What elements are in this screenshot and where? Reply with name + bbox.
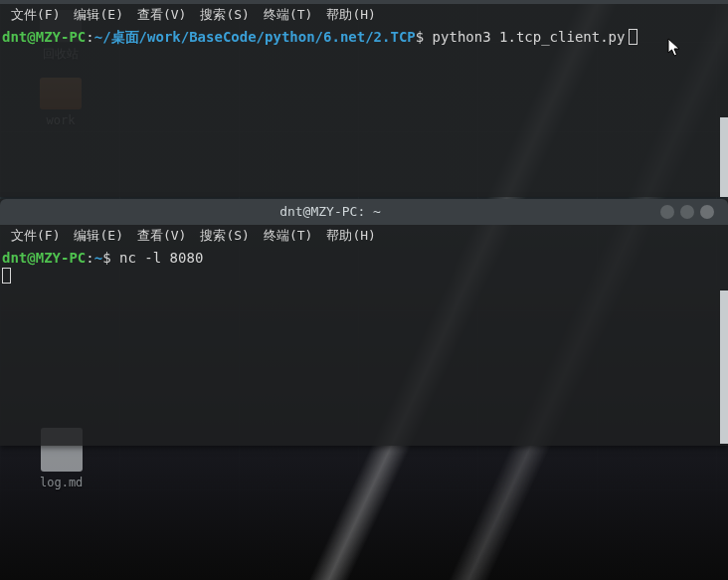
cursor-icon [629, 29, 637, 45]
command-text: nc -l 8080 [119, 250, 203, 266]
terminal-window-2[interactable]: dnt@MZY-PC: ~ 文件(F) 编辑(E) 查看(V) 搜索(S) 终端… [0, 199, 728, 446]
terminal-output[interactable]: dnt@MZY-PC:~/桌面/work/BaseCode/python/6.n… [0, 26, 728, 48]
minimize-icon[interactable] [660, 205, 674, 219]
scrollbar-thumb[interactable] [720, 117, 728, 197]
prompt-user: dnt@MZY-PC [2, 29, 86, 45]
menu-view[interactable]: 查看(V) [130, 225, 193, 247]
scrollbar-thumb[interactable] [720, 290, 728, 444]
menu-bar: 文件(F) 编辑(E) 查看(V) 搜索(S) 终端(T) 帮助(H) [0, 4, 728, 26]
prompt-path: ~/桌面/work/BaseCode/python/6.net/2.TCP [94, 29, 416, 45]
prompt-colon: : [86, 29, 93, 45]
maximize-icon[interactable] [680, 205, 694, 219]
menu-edit[interactable]: 编辑(E) [67, 4, 129, 26]
menu-terminal[interactable]: 终端(T) [257, 4, 319, 26]
prompt-dollar: $ [102, 250, 119, 266]
prompt-colon: : [86, 250, 93, 266]
prompt-dollar: $ [416, 29, 433, 45]
menu-file[interactable]: 文件(F) [4, 225, 67, 247]
prompt-user: dnt@MZY-PC [2, 250, 86, 266]
cursor-icon [2, 268, 11, 284]
window-titlebar[interactable]: dnt@MZY-PC: ~ [0, 199, 728, 225]
prompt-path: ~ [94, 250, 102, 266]
menu-edit[interactable]: 编辑(E) [67, 225, 129, 247]
close-icon[interactable] [700, 205, 714, 219]
menu-view[interactable]: 查看(V) [130, 4, 193, 26]
command-text: python3 1.tcp_client.py [433, 29, 626, 45]
menu-help[interactable]: 帮助(H) [319, 225, 382, 247]
menu-file[interactable]: 文件(F) [4, 4, 67, 26]
desktop-icon-label: log.md [40, 476, 83, 489]
menu-search[interactable]: 搜索(S) [193, 225, 256, 247]
menu-bar: 文件(F) 编辑(E) 查看(V) 搜索(S) 终端(T) 帮助(H) [0, 225, 728, 247]
menu-search[interactable]: 搜索(S) [193, 4, 256, 26]
menu-terminal[interactable]: 终端(T) [257, 225, 319, 247]
terminal-window-1[interactable]: 文件(F) 编辑(E) 查看(V) 搜索(S) 终端(T) 帮助(H) dnt@… [0, 0, 728, 197]
terminal-output[interactable]: dnt@MZY-PC:~$ nc -l 8080 [0, 247, 728, 287]
menu-help[interactable]: 帮助(H) [319, 4, 382, 26]
window-title: dnt@MZY-PC: ~ [0, 199, 660, 225]
